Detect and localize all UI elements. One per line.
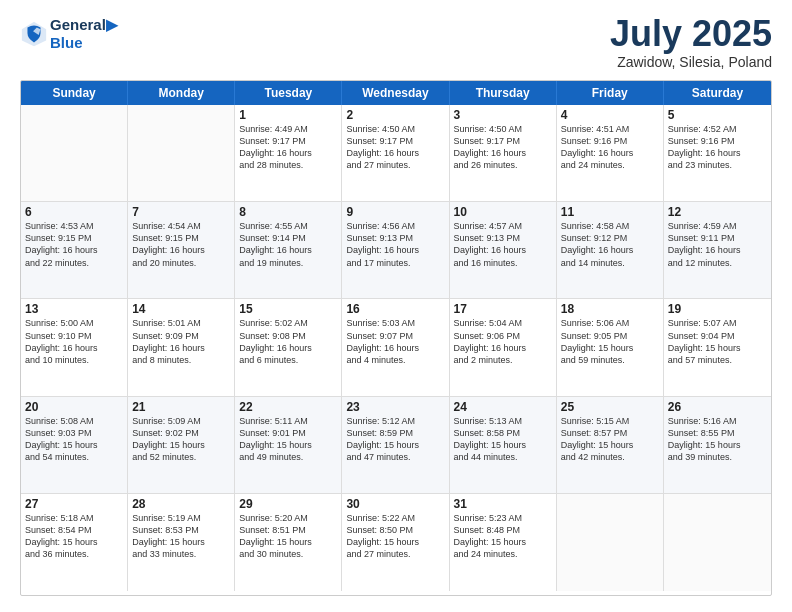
day-info: Sunrise: 4:57 AM Sunset: 9:13 PM Dayligh… [454, 220, 552, 269]
day-info: Sunrise: 5:08 AM Sunset: 9:03 PM Dayligh… [25, 415, 123, 464]
day-number: 26 [668, 400, 767, 414]
calendar-day-30: 30Sunrise: 5:22 AM Sunset: 8:50 PM Dayli… [342, 494, 449, 591]
day-info: Sunrise: 4:53 AM Sunset: 9:15 PM Dayligh… [25, 220, 123, 269]
day-number: 21 [132, 400, 230, 414]
day-number: 25 [561, 400, 659, 414]
header-day-saturday: Saturday [664, 81, 771, 105]
calendar-day-7: 7Sunrise: 4:54 AM Sunset: 9:15 PM Daylig… [128, 202, 235, 298]
calendar-day-1: 1Sunrise: 4:49 AM Sunset: 9:17 PM Daylig… [235, 105, 342, 201]
day-number: 15 [239, 302, 337, 316]
calendar-day-18: 18Sunrise: 5:06 AM Sunset: 9:05 PM Dayli… [557, 299, 664, 395]
logo: General▶ Blue [20, 16, 118, 52]
day-number: 24 [454, 400, 552, 414]
day-number: 13 [25, 302, 123, 316]
day-number: 6 [25, 205, 123, 219]
day-number: 14 [132, 302, 230, 316]
calendar: SundayMondayTuesdayWednesdayThursdayFrid… [20, 80, 772, 596]
day-info: Sunrise: 5:07 AM Sunset: 9:04 PM Dayligh… [668, 317, 767, 366]
calendar-empty-cell [21, 105, 128, 201]
header-day-sunday: Sunday [21, 81, 128, 105]
day-number: 18 [561, 302, 659, 316]
header: General▶ Blue July 2025 Zawidow, Silesia… [20, 16, 772, 70]
day-number: 11 [561, 205, 659, 219]
calendar-day-15: 15Sunrise: 5:02 AM Sunset: 9:08 PM Dayli… [235, 299, 342, 395]
calendar-body: 1Sunrise: 4:49 AM Sunset: 9:17 PM Daylig… [21, 105, 771, 591]
calendar-empty-cell [128, 105, 235, 201]
day-number: 4 [561, 108, 659, 122]
day-info: Sunrise: 5:00 AM Sunset: 9:10 PM Dayligh… [25, 317, 123, 366]
day-info: Sunrise: 5:01 AM Sunset: 9:09 PM Dayligh… [132, 317, 230, 366]
calendar-day-8: 8Sunrise: 4:55 AM Sunset: 9:14 PM Daylig… [235, 202, 342, 298]
calendar-day-26: 26Sunrise: 5:16 AM Sunset: 8:55 PM Dayli… [664, 397, 771, 493]
day-info: Sunrise: 5:09 AM Sunset: 9:02 PM Dayligh… [132, 415, 230, 464]
calendar-header: SundayMondayTuesdayWednesdayThursdayFrid… [21, 81, 771, 105]
calendar-week-1: 1Sunrise: 4:49 AM Sunset: 9:17 PM Daylig… [21, 105, 771, 202]
day-number: 22 [239, 400, 337, 414]
calendar-day-20: 20Sunrise: 5:08 AM Sunset: 9:03 PM Dayli… [21, 397, 128, 493]
day-number: 31 [454, 497, 552, 511]
calendar-week-5: 27Sunrise: 5:18 AM Sunset: 8:54 PM Dayli… [21, 494, 771, 591]
day-info: Sunrise: 5:11 AM Sunset: 9:01 PM Dayligh… [239, 415, 337, 464]
calendar-day-23: 23Sunrise: 5:12 AM Sunset: 8:59 PM Dayli… [342, 397, 449, 493]
day-info: Sunrise: 5:20 AM Sunset: 8:51 PM Dayligh… [239, 512, 337, 561]
calendar-week-4: 20Sunrise: 5:08 AM Sunset: 9:03 PM Dayli… [21, 397, 771, 494]
calendar-day-17: 17Sunrise: 5:04 AM Sunset: 9:06 PM Dayli… [450, 299, 557, 395]
day-number: 5 [668, 108, 767, 122]
day-number: 23 [346, 400, 444, 414]
calendar-day-6: 6Sunrise: 4:53 AM Sunset: 9:15 PM Daylig… [21, 202, 128, 298]
day-info: Sunrise: 4:54 AM Sunset: 9:15 PM Dayligh… [132, 220, 230, 269]
day-number: 16 [346, 302, 444, 316]
calendar-day-16: 16Sunrise: 5:03 AM Sunset: 9:07 PM Dayli… [342, 299, 449, 395]
day-number: 3 [454, 108, 552, 122]
header-day-tuesday: Tuesday [235, 81, 342, 105]
day-number: 9 [346, 205, 444, 219]
calendar-day-12: 12Sunrise: 4:59 AM Sunset: 9:11 PM Dayli… [664, 202, 771, 298]
logo-icon [20, 20, 48, 48]
day-number: 1 [239, 108, 337, 122]
day-info: Sunrise: 4:55 AM Sunset: 9:14 PM Dayligh… [239, 220, 337, 269]
calendar-week-3: 13Sunrise: 5:00 AM Sunset: 9:10 PM Dayli… [21, 299, 771, 396]
header-day-thursday: Thursday [450, 81, 557, 105]
day-info: Sunrise: 4:59 AM Sunset: 9:11 PM Dayligh… [668, 220, 767, 269]
day-number: 8 [239, 205, 337, 219]
day-info: Sunrise: 4:56 AM Sunset: 9:13 PM Dayligh… [346, 220, 444, 269]
day-number: 30 [346, 497, 444, 511]
title-block: July 2025 Zawidow, Silesia, Poland [610, 16, 772, 70]
calendar-empty-cell [557, 494, 664, 591]
calendar-day-19: 19Sunrise: 5:07 AM Sunset: 9:04 PM Dayli… [664, 299, 771, 395]
calendar-day-24: 24Sunrise: 5:13 AM Sunset: 8:58 PM Dayli… [450, 397, 557, 493]
day-info: Sunrise: 5:16 AM Sunset: 8:55 PM Dayligh… [668, 415, 767, 464]
day-info: Sunrise: 4:58 AM Sunset: 9:12 PM Dayligh… [561, 220, 659, 269]
calendar-empty-cell [664, 494, 771, 591]
day-number: 12 [668, 205, 767, 219]
day-info: Sunrise: 4:50 AM Sunset: 9:17 PM Dayligh… [346, 123, 444, 172]
day-info: Sunrise: 5:15 AM Sunset: 8:57 PM Dayligh… [561, 415, 659, 464]
calendar-day-21: 21Sunrise: 5:09 AM Sunset: 9:02 PM Dayli… [128, 397, 235, 493]
day-info: Sunrise: 5:03 AM Sunset: 9:07 PM Dayligh… [346, 317, 444, 366]
day-info: Sunrise: 5:13 AM Sunset: 8:58 PM Dayligh… [454, 415, 552, 464]
day-number: 20 [25, 400, 123, 414]
header-day-monday: Monday [128, 81, 235, 105]
day-info: Sunrise: 4:49 AM Sunset: 9:17 PM Dayligh… [239, 123, 337, 172]
day-info: Sunrise: 5:04 AM Sunset: 9:06 PM Dayligh… [454, 317, 552, 366]
calendar-day-5: 5Sunrise: 4:52 AM Sunset: 9:16 PM Daylig… [664, 105, 771, 201]
header-day-friday: Friday [557, 81, 664, 105]
calendar-day-13: 13Sunrise: 5:00 AM Sunset: 9:10 PM Dayli… [21, 299, 128, 395]
day-info: Sunrise: 5:18 AM Sunset: 8:54 PM Dayligh… [25, 512, 123, 561]
day-info: Sunrise: 5:12 AM Sunset: 8:59 PM Dayligh… [346, 415, 444, 464]
day-info: Sunrise: 4:51 AM Sunset: 9:16 PM Dayligh… [561, 123, 659, 172]
calendar-day-25: 25Sunrise: 5:15 AM Sunset: 8:57 PM Dayli… [557, 397, 664, 493]
day-info: Sunrise: 5:22 AM Sunset: 8:50 PM Dayligh… [346, 512, 444, 561]
day-info: Sunrise: 4:50 AM Sunset: 9:17 PM Dayligh… [454, 123, 552, 172]
day-info: Sunrise: 5:06 AM Sunset: 9:05 PM Dayligh… [561, 317, 659, 366]
day-number: 7 [132, 205, 230, 219]
calendar-day-2: 2Sunrise: 4:50 AM Sunset: 9:17 PM Daylig… [342, 105, 449, 201]
day-number: 27 [25, 497, 123, 511]
day-number: 10 [454, 205, 552, 219]
calendar-day-3: 3Sunrise: 4:50 AM Sunset: 9:17 PM Daylig… [450, 105, 557, 201]
calendar-week-2: 6Sunrise: 4:53 AM Sunset: 9:15 PM Daylig… [21, 202, 771, 299]
calendar-day-14: 14Sunrise: 5:01 AM Sunset: 9:09 PM Dayli… [128, 299, 235, 395]
calendar-day-28: 28Sunrise: 5:19 AM Sunset: 8:53 PM Dayli… [128, 494, 235, 591]
day-number: 2 [346, 108, 444, 122]
day-number: 29 [239, 497, 337, 511]
